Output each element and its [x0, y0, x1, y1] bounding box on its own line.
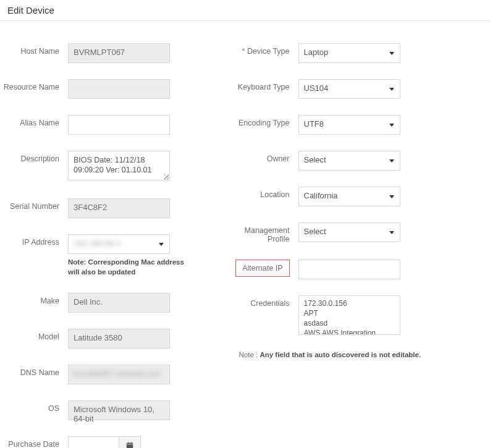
- alias-name-label: Alias Name: [0, 115, 68, 127]
- list-item[interactable]: 172.30.0.156: [303, 298, 396, 308]
- os-field: Microsoft Windows 10, 64-bit: [68, 400, 170, 420]
- ip-address-select[interactable]: 192.168.99.1: [68, 234, 170, 254]
- alternate-ip-label: Alternate IP: [235, 260, 289, 277]
- description-textarea[interactable]: BIOS Date: 11/12/18 09:09:20 Ver: 01.10.…: [68, 151, 170, 180]
- dns-name-field: bvrmlpt067.vistarait.com: [68, 365, 170, 384]
- model-field: Latitude 3580: [68, 329, 170, 349]
- location-label: Location: [230, 187, 298, 199]
- make-label: Make: [0, 293, 68, 305]
- serial-number-field: 3F4C8F2: [68, 198, 170, 218]
- calendar-icon: [125, 441, 134, 448]
- list-item[interactable]: APT: [303, 308, 396, 318]
- device-type-select[interactable]: Laptop: [298, 43, 400, 63]
- list-item[interactable]: asdasd: [303, 318, 396, 328]
- encoding-type-label: Encoding Type: [230, 115, 298, 127]
- form-body: Host Name BVRMLPT067 Resource Name Alias…: [0, 21, 490, 448]
- list-item[interactable]: AWS AWS Integration: [303, 328, 396, 335]
- serial-number-label: Serial Number: [0, 198, 68, 211]
- dialog-title: Edit Device: [0, 0, 490, 21]
- purchase-date-label: Purchase Date: [0, 436, 68, 448]
- credentials-listbox[interactable]: 172.30.0.156 APT asdasd AWS AWS Integrat…: [298, 295, 400, 335]
- os-label: OS: [0, 400, 68, 413]
- resource-name-field: [68, 79, 170, 99]
- host-name-field: BVRMLPT067: [68, 43, 170, 63]
- location-select[interactable]: California: [298, 187, 400, 206]
- purchase-date-input[interactable]: [68, 436, 119, 448]
- make-field: Dell Inc.: [68, 293, 170, 313]
- alias-name-input[interactable]: [68, 115, 170, 135]
- mgmt-profile-label: Management Profile: [230, 222, 298, 243]
- keyboard-type-label: Keyboard Type: [230, 79, 298, 91]
- owner-select[interactable]: Select: [298, 151, 400, 171]
- dns-name-label: DNS Name: [0, 365, 68, 377]
- ip-address-note: Note: Corresponding Mac address will als…: [68, 258, 193, 277]
- encoding-type-select[interactable]: UTF8: [298, 115, 400, 135]
- ip-address-label: IP Address: [0, 234, 68, 247]
- owner-label: Owner: [230, 151, 298, 163]
- host-name-label: Host Name: [0, 43, 68, 56]
- device-type-label: Device Type: [230, 43, 298, 56]
- right-column: Device Type Laptop Keyboard Type US104 E…: [212, 27, 486, 448]
- mgmt-profile-select[interactable]: Select: [298, 222, 400, 242]
- credentials-label: Credentials: [230, 295, 298, 308]
- purchase-date-picker-button[interactable]: [119, 436, 141, 448]
- alternate-ip-input[interactable]: [298, 260, 400, 279]
- resource-name-label: Resource Name: [0, 79, 68, 91]
- model-label: Model: [0, 329, 68, 341]
- keyboard-type-select[interactable]: US104: [298, 79, 400, 99]
- footnote: Note : Any field that is auto discovered…: [239, 351, 424, 358]
- description-label: Description: [0, 151, 68, 163]
- left-column: Host Name BVRMLPT067 Resource Name Alias…: [0, 27, 212, 448]
